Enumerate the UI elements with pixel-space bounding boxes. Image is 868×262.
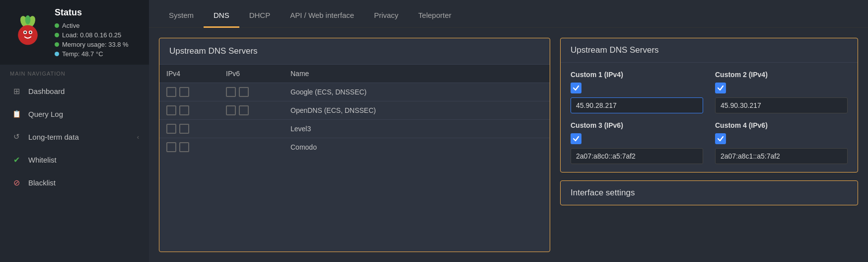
custom3-label: Custom 3 (IPv6) xyxy=(571,121,703,129)
long-term-icon: ↺ xyxy=(11,132,21,142)
upstream-dns-body: Custom 1 (IPv4) Custom 2 (IPv4) xyxy=(561,63,858,172)
top-tabs: System DNS DHCP API / Web interface Priv… xyxy=(149,0,868,28)
ipv6-cell xyxy=(219,83,284,101)
svg-point-4 xyxy=(18,25,38,45)
table-row: Level3 xyxy=(159,120,550,138)
ipv4-checkbox[interactable] xyxy=(166,142,176,152)
ipv4-cell xyxy=(159,83,219,101)
load-status: Load: 0.08 0.16 0.25 xyxy=(55,31,129,39)
sidebar-item-dashboard[interactable]: ⊞ Dashboard xyxy=(0,80,149,102)
svg-point-8 xyxy=(30,31,32,33)
tab-system[interactable]: System xyxy=(159,3,204,28)
query-log-icon: 📋 xyxy=(11,109,21,119)
ipv6-cell xyxy=(219,101,284,120)
active-status: Active xyxy=(55,22,129,29)
left-panel: Upstream DNS Servers IPv4 IPv6 Name Goog… xyxy=(159,38,550,252)
ipv6-checkbox[interactable] xyxy=(226,87,236,97)
dns-table: IPv4 IPv6 Name Google (ECS, DNSSEC)OpenD… xyxy=(159,65,550,156)
col-header-ipv6: IPv6 xyxy=(219,65,284,83)
memory-dot xyxy=(55,42,59,47)
custom1-group: Custom 1 (IPv4) xyxy=(571,71,703,113)
nav-label-long-term: Long-term data xyxy=(28,133,79,141)
custom2-checkbox[interactable] xyxy=(715,83,726,93)
sidebar-item-long-term-data[interactable]: ↺ Long-term data ‹ xyxy=(0,125,149,148)
ipv4-checkbox[interactable] xyxy=(166,124,176,134)
logo xyxy=(8,12,48,52)
main-content: System DNS DHCP API / Web interface Priv… xyxy=(149,0,868,262)
tab-teleporter[interactable]: Teleporter xyxy=(408,3,461,28)
dashboard-icon: ⊞ xyxy=(11,86,21,96)
custom2-group: Custom 2 (IPv4) xyxy=(715,71,848,113)
status-info: Status Active Load: 0.08 0.16 0.25 Memor… xyxy=(55,7,129,58)
temp-status: Temp: 48.7 °C xyxy=(55,50,129,58)
ipv4-cell xyxy=(159,138,219,157)
name-cell: Google (ECS, DNSSEC) xyxy=(284,83,550,101)
table-row: Google (ECS, DNSSEC) xyxy=(159,83,550,101)
custom2-input[interactable] xyxy=(715,97,848,113)
ipv4-cell xyxy=(159,101,219,120)
custom4-label: Custom 4 (IPv6) xyxy=(715,121,848,129)
custom1-label: Custom 1 (IPv4) xyxy=(571,71,703,79)
active-dot xyxy=(55,23,59,28)
svg-point-7 xyxy=(24,31,26,33)
content-area: Upstream DNS Servers IPv4 IPv6 Name Goog… xyxy=(149,28,868,262)
custom2-label: Custom 2 (IPv4) xyxy=(715,71,848,79)
sidebar-item-whitelist[interactable]: ✔ Whitelist xyxy=(0,148,149,171)
custom3-input[interactable] xyxy=(571,148,703,164)
nav-label-blacklist: Blacklist xyxy=(28,178,56,187)
nav-label-whitelist: Whitelist xyxy=(28,156,57,164)
ipv6-checkbox[interactable] xyxy=(239,87,249,97)
custom1-input[interactable] xyxy=(571,97,703,113)
col-header-name: Name xyxy=(284,65,550,83)
interface-section: Interface settings xyxy=(560,180,858,205)
custom3-checkbox[interactable] xyxy=(571,133,581,144)
custom4-group: Custom 4 (IPv6) xyxy=(715,121,848,164)
ipv6-cell xyxy=(219,120,284,138)
ipv4-cell xyxy=(159,120,219,138)
sidebar-item-blacklist[interactable]: ⊘ Blacklist xyxy=(0,171,149,194)
ipv6-cell xyxy=(219,138,284,157)
ipv6-checkbox[interactable] xyxy=(239,105,249,115)
table-row: OpenDNS (ECS, DNSSEC) xyxy=(159,101,550,120)
custom3-group: Custom 3 (IPv6) xyxy=(571,121,703,164)
nav-section-label: MAIN NAVIGATION xyxy=(0,65,149,80)
ipv4-checkbox[interactable] xyxy=(166,105,176,115)
interface-title: Interface settings xyxy=(561,181,858,205)
tab-dns[interactable]: DNS xyxy=(204,3,239,28)
table-row: Comodo xyxy=(159,138,550,157)
name-cell: Level3 xyxy=(284,120,550,138)
sidebar-header: Status Active Load: 0.08 0.16 0.25 Memor… xyxy=(0,0,149,65)
svg-point-3 xyxy=(25,15,31,24)
status-title: Status xyxy=(55,7,129,18)
nav-label-dashboard: Dashboard xyxy=(28,87,65,95)
name-cell: OpenDNS (ECS, DNSSEC) xyxy=(284,101,550,120)
tab-privacy[interactable]: Privacy xyxy=(364,3,408,28)
left-panel-title: Upstream DNS Servers xyxy=(159,38,550,65)
ipv4-checkbox[interactable] xyxy=(166,87,176,97)
upstream-dns-title: Upstream DNS Servers xyxy=(561,38,858,63)
memory-status: Memory usage: 33.8 % xyxy=(55,41,129,48)
custom4-checkbox[interactable] xyxy=(715,133,726,144)
ipv4-checkbox[interactable] xyxy=(179,105,189,115)
custom1-checkbox[interactable] xyxy=(571,83,581,93)
right-panel: Upstream DNS Servers Custom 1 (IPv4) xyxy=(560,38,858,252)
custom4-input[interactable] xyxy=(715,148,848,164)
ipv4-checkbox[interactable] xyxy=(179,142,189,152)
upstream-dns-section: Upstream DNS Servers Custom 1 (IPv4) xyxy=(560,38,858,173)
load-dot xyxy=(55,33,59,37)
nav-label-query-log: Query Log xyxy=(28,110,63,118)
tab-api-web[interactable]: API / Web interface xyxy=(280,3,364,28)
tab-dhcp[interactable]: DHCP xyxy=(239,3,281,28)
chevron-icon: ‹ xyxy=(137,133,139,141)
ipv4-checkbox[interactable] xyxy=(179,124,189,134)
sidebar: Status Active Load: 0.08 0.16 0.25 Memor… xyxy=(0,0,149,262)
sidebar-item-query-log[interactable]: 📋 Query Log xyxy=(0,102,149,125)
ipv4-checkbox[interactable] xyxy=(179,87,189,97)
ipv6-checkbox[interactable] xyxy=(226,105,236,115)
whitelist-icon: ✔ xyxy=(11,155,21,165)
temp-dot xyxy=(55,52,59,56)
blacklist-icon: ⊘ xyxy=(11,177,21,187)
name-cell: Comodo xyxy=(284,138,550,157)
col-header-ipv4: IPv4 xyxy=(159,65,219,83)
